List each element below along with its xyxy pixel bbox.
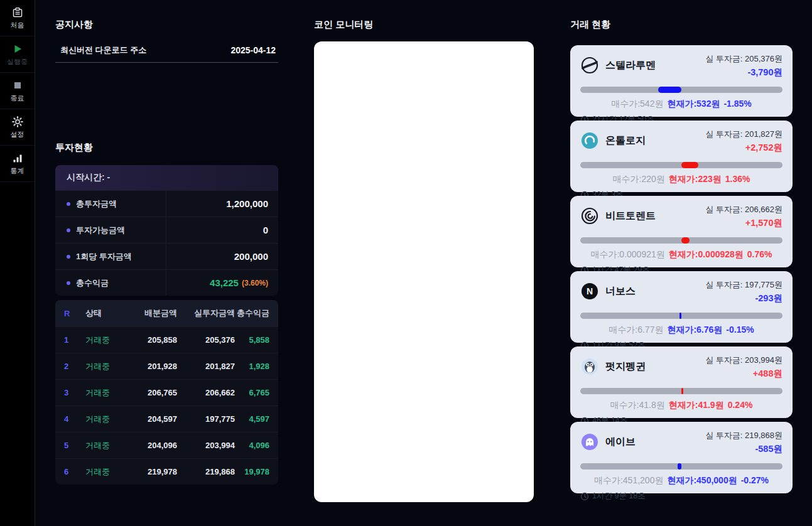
coin-card-nervos[interactable]: N 너보스 실 투자금: 197,775원 -293원 매수가:6.77원현재가… <box>570 271 793 343</box>
investment-row: 총수익금 43,225 (3.60%) <box>55 269 278 296</box>
sidebar-item-settings[interactable]: 설정 <box>0 109 35 146</box>
bullet-icon <box>67 228 70 232</box>
coin-buy-price: 매수가:0.000921원 <box>590 249 664 259</box>
gear-icon <box>11 115 24 128</box>
sidebar-item-stats[interactable]: 통계 <box>0 146 35 182</box>
positions-header-cell: 실투자금액 <box>177 308 235 319</box>
coin-current-group: 현재가:6.76원-0.15% <box>667 325 754 335</box>
investment-row-value-cell: 43,225 (3.60%) <box>166 270 278 296</box>
bullet-icon <box>67 281 70 285</box>
positions-table-header: R상태배분금액실투자금액총수익금 <box>55 300 278 326</box>
coin-card-ontology[interactable]: 온톨로지 실 투자금: 201,827원 +2,752원 매수가:220원현재가… <box>570 121 793 192</box>
nervos-coin-icon: N <box>580 282 599 301</box>
monitor-title: 코인 모니터링 <box>314 19 534 31</box>
investment-row-label: 총수익금 <box>76 277 109 289</box>
coin-invest-info: 실 투자금: 201,827원 +2,752원 <box>705 129 782 154</box>
positions-table-body: 1 거래중 205,858 205,376 5,858 2 거래중 201,92… <box>55 326 278 485</box>
coin-current-price: 현재가:0.000928원 <box>669 249 744 259</box>
position-status: 거래중 <box>85 440 123 451</box>
notice-item[interactable]: 최신버전 다운로드 주소 2025-04-12 <box>55 45 278 63</box>
investment-row: 1회당 투자금액 200,000 <box>55 243 278 269</box>
investment-row-label-cell: 1회당 투자금액 <box>55 244 166 269</box>
clipboard-icon <box>11 6 24 19</box>
coin-current-price: 현재가:6.76원 <box>667 325 722 335</box>
investment-title: 투자현황 <box>55 142 278 154</box>
coin-change-percent: 1.36% <box>725 174 750 184</box>
investment-row-value: 200,000 <box>234 251 268 262</box>
coin-change-percent: 0.24% <box>728 400 753 410</box>
coin-card-pudgy[interactable]: 펏지펭귄 실 투자금: 203,994원 +488원 매수가:41.8원현재가:… <box>570 346 793 418</box>
trading-column: 거래 현황 스텔라루멘 실 투자금: 205,376원 -3,790원 매수가:… <box>570 0 793 31</box>
coin-card-top: 펏지펭귄 실 투자금: 203,994원 +488원 <box>580 355 782 380</box>
positions-header-cell: 배분금액 <box>123 308 177 319</box>
price-position-bar <box>580 87 782 93</box>
sidebar-item-label: 설정 <box>11 130 24 139</box>
investment-rows: 총투자금액 1,200,000 투자가능금액 0 1회당 투자금액 200,00… <box>55 190 278 296</box>
price-position-bar <box>580 162 782 168</box>
investment-row-value: 0 <box>263 225 268 235</box>
coin-identity: 비트토렌트 <box>580 207 656 225</box>
position-rank: 2 <box>64 362 85 371</box>
position-rank: 3 <box>64 388 85 397</box>
stats-icon <box>11 152 24 164</box>
coin-identity: 에이브 <box>580 432 636 451</box>
investment-row-label-cell: 총투자금액 <box>55 191 166 217</box>
position-allocated: 204,096 <box>123 441 177 450</box>
coin-identity: 온톨로지 <box>580 131 646 150</box>
coin-card-bittorrent[interactable]: 비트토렌트 실 투자금: 206,662원 +1,570원 매수가:0.0009… <box>570 196 793 267</box>
position-rank: 6 <box>64 467 85 476</box>
coin-invested-amount: 실 투자금: 206,662원 <box>705 204 782 215</box>
positions-header-cell: 상태 <box>85 308 123 319</box>
coin-name: 너보스 <box>605 285 636 298</box>
investment-section: 투자현황 시작시간: - 총투자금액 1,200,000 투자가능금액 0 1회… <box>55 142 278 296</box>
coin-buy-price: 매수가:451,200원 <box>594 475 664 485</box>
position-allocated: 204,597 <box>123 414 177 424</box>
notice-section: 공지사항 최신버전 다운로드 주소 2025-04-12 <box>55 19 278 63</box>
coin-card-top: 에이브 실 투자금: 219,868원 -585원 <box>580 430 782 455</box>
coin-current-group: 현재가:0.000928원0.76% <box>669 249 772 259</box>
position-status: 거래중 <box>85 414 123 425</box>
position-status: 거래중 <box>85 466 123 478</box>
coin-current-price: 현재가:41.9원 <box>669 400 724 410</box>
price-position-bar <box>580 463 782 470</box>
sidebar-item-stop[interactable]: 종료 <box>0 73 35 109</box>
coin-card-aave[interactable]: 에이브 실 투자금: 219,868원 -585원 매수가:451,200원현재… <box>570 422 793 493</box>
sidebar-item-home[interactable]: 처음 <box>0 0 35 36</box>
coin-card-top: 비트토렌트 실 투자금: 206,662원 +1,570원 <box>580 204 782 229</box>
coin-buy-price: 매수가:41.8원 <box>610 400 665 410</box>
coin-identity: N 너보스 <box>580 282 636 301</box>
trading-app-window: 처음 실행중 종료 설정 통계 공지사항 최신버전 다운로드 주소 2025-0… <box>0 0 812 526</box>
notice-list: 최신버전 다운로드 주소 2025-04-12 <box>55 45 278 63</box>
investment-row: 총투자금액 1,200,000 <box>55 190 278 217</box>
coin-monitor-panel <box>314 41 534 502</box>
start-time-label: 시작시간: - <box>55 165 278 190</box>
coin-buy-price: 매수가:6.77원 <box>609 325 663 335</box>
position-row: 5 거래중 204,096 203,994 4,096 <box>55 432 278 458</box>
coin-current-group: 현재가:532원-1.85% <box>667 99 751 109</box>
coin-invest-info: 실 투자금: 219,868원 -585원 <box>705 430 782 455</box>
positions-section: R상태배분금액실투자금액총수익금 1 거래중 205,858 205,376 5… <box>55 300 278 485</box>
coin-price-line: 매수가:0.000921원현재가:0.000928원0.76% <box>580 249 782 260</box>
stop-icon <box>11 79 24 92</box>
coin-name: 스텔라루멘 <box>605 59 656 72</box>
sidebar-item-running[interactable]: 실행중 <box>0 36 35 73</box>
price-position-bar-fill <box>679 313 681 319</box>
investment-row-label: 투자가능금액 <box>76 225 125 236</box>
coin-elapsed-row: 1시간 9분 18초 <box>580 491 782 502</box>
investment-row: 투자가능금액 0 <box>55 217 278 243</box>
ontology-coin-icon <box>580 131 599 150</box>
position-invested: 203,994 <box>177 441 235 450</box>
position-allocated: 219,978 <box>123 467 177 476</box>
notice-item-date: 2025-04-12 <box>230 45 276 55</box>
coin-invested-amount: 실 투자금: 219,868원 <box>705 430 782 441</box>
trading-title: 거래 현황 <box>570 19 793 31</box>
investment-row-label: 총투자금액 <box>76 198 117 210</box>
bullet-icon <box>67 202 70 206</box>
coin-pnl: -293원 <box>705 293 782 304</box>
price-position-bar-fill <box>681 388 683 394</box>
coin-invest-info: 실 투자금: 206,662원 +1,570원 <box>705 204 782 229</box>
investment-row-value: 1,200,000 <box>226 198 268 209</box>
coin-card-top: N 너보스 실 투자금: 197,775원 -293원 <box>580 279 782 304</box>
coin-card-stellar[interactable]: 스텔라루멘 실 투자금: 205,376원 -3,790원 매수가:542원현재… <box>570 45 793 117</box>
coin-price-line: 매수가:542원현재가:532원-1.85% <box>580 99 782 110</box>
